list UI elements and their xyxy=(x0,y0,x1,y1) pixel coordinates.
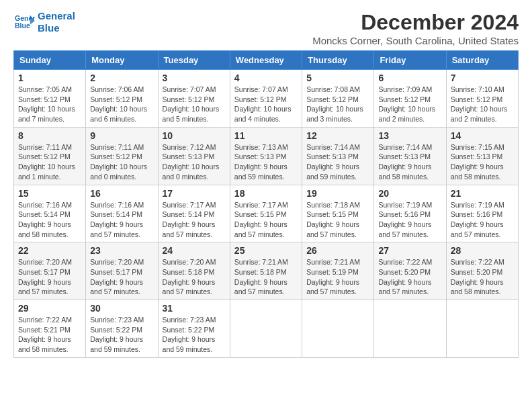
day-number: 12 xyxy=(306,130,369,141)
calendar-week-1: 1Sunrise: 7:05 AMSunset: 5:12 PMDaylight… xyxy=(14,70,519,128)
day-info: Sunrise: 7:06 AMSunset: 5:12 PMDaylight:… xyxy=(90,85,153,124)
day-info: Sunrise: 7:18 AMSunset: 5:15 PMDaylight:… xyxy=(306,200,369,240)
day-info: Sunrise: 7:22 AMSunset: 5:20 PMDaylight:… xyxy=(451,257,514,297)
day-info: Sunrise: 7:21 AMSunset: 5:19 PMDaylight:… xyxy=(306,257,369,297)
day-info: Sunrise: 7:19 AMSunset: 5:16 PMDaylight:… xyxy=(451,200,514,240)
calendar-cell: 7Sunrise: 7:10 AMSunset: 5:12 PMDaylight… xyxy=(446,70,518,128)
calendar-cell: 2Sunrise: 7:06 AMSunset: 5:12 PMDaylight… xyxy=(86,70,158,128)
day-number: 22 xyxy=(18,245,81,256)
page-header: General Blue General Blue December 2024 … xyxy=(13,10,519,46)
day-number: 17 xyxy=(163,188,226,199)
calendar-cell: 15Sunrise: 7:16 AMSunset: 5:14 PMDayligh… xyxy=(14,185,86,242)
day-number: 6 xyxy=(378,73,441,83)
day-number: 3 xyxy=(163,73,226,83)
day-number: 9 xyxy=(90,130,153,141)
calendar-week-4: 22Sunrise: 7:20 AMSunset: 5:17 PMDayligh… xyxy=(14,242,519,300)
day-number: 10 xyxy=(163,130,226,141)
calendar-cell: 31Sunrise: 7:23 AMSunset: 5:22 PMDayligh… xyxy=(158,300,230,358)
calendar-cell: 10Sunrise: 7:12 AMSunset: 5:13 PMDayligh… xyxy=(158,127,230,185)
day-info: Sunrise: 7:16 AMSunset: 5:14 PMDaylight:… xyxy=(90,200,153,240)
calendar-header-sunday: Sunday xyxy=(14,51,86,70)
day-info: Sunrise: 7:23 AMSunset: 5:22 PMDaylight:… xyxy=(90,315,153,355)
day-number: 31 xyxy=(163,303,226,314)
calendar-week-2: 8Sunrise: 7:11 AMSunset: 5:12 PMDaylight… xyxy=(14,127,519,185)
day-number: 8 xyxy=(18,130,81,141)
day-info: Sunrise: 7:20 AMSunset: 5:17 PMDaylight:… xyxy=(18,257,81,297)
calendar-cell: 1Sunrise: 7:05 AMSunset: 5:12 PMDaylight… xyxy=(14,70,86,128)
calendar-header-friday: Friday xyxy=(374,51,446,70)
day-info: Sunrise: 7:21 AMSunset: 5:18 PMDaylight:… xyxy=(234,257,298,297)
calendar-cell: 14Sunrise: 7:15 AMSunset: 5:13 PMDayligh… xyxy=(446,127,518,185)
day-number: 2 xyxy=(90,73,153,83)
calendar-cell: 22Sunrise: 7:20 AMSunset: 5:17 PMDayligh… xyxy=(14,242,86,300)
calendar-cell: 23Sunrise: 7:20 AMSunset: 5:17 PMDayligh… xyxy=(86,242,158,300)
day-info: Sunrise: 7:20 AMSunset: 5:18 PMDaylight:… xyxy=(163,257,226,297)
calendar-week-5: 29Sunrise: 7:22 AMSunset: 5:21 PMDayligh… xyxy=(14,300,519,358)
day-number: 23 xyxy=(90,245,153,256)
day-info: Sunrise: 7:12 AMSunset: 5:13 PMDaylight:… xyxy=(163,142,226,182)
calendar-header-saturday: Saturday xyxy=(446,51,518,70)
calendar-cell: 29Sunrise: 7:22 AMSunset: 5:21 PMDayligh… xyxy=(14,300,86,358)
day-info: Sunrise: 7:07 AMSunset: 5:12 PMDaylight:… xyxy=(163,85,226,124)
calendar-header-tuesday: Tuesday xyxy=(158,51,230,70)
day-number: 29 xyxy=(18,303,81,314)
day-number: 13 xyxy=(378,130,441,141)
location-subtitle: Moncks Corner, South Carolina, United St… xyxy=(312,35,519,46)
calendar-cell xyxy=(446,300,518,358)
day-number: 20 xyxy=(378,188,441,199)
day-info: Sunrise: 7:22 AMSunset: 5:20 PMDaylight:… xyxy=(378,257,441,297)
calendar-cell: 26Sunrise: 7:21 AMSunset: 5:19 PMDayligh… xyxy=(302,242,374,300)
day-info: Sunrise: 7:08 AMSunset: 5:12 PMDaylight:… xyxy=(306,85,369,124)
day-number: 30 xyxy=(90,303,153,314)
day-number: 5 xyxy=(306,73,369,83)
day-info: Sunrise: 7:10 AMSunset: 5:12 PMDaylight:… xyxy=(451,85,514,124)
day-number: 11 xyxy=(234,130,298,141)
calendar-cell: 5Sunrise: 7:08 AMSunset: 5:12 PMDaylight… xyxy=(302,70,374,128)
calendar-cell: 28Sunrise: 7:22 AMSunset: 5:20 PMDayligh… xyxy=(446,242,518,300)
day-number: 27 xyxy=(378,245,441,256)
day-info: Sunrise: 7:07 AMSunset: 5:12 PMDaylight:… xyxy=(234,85,298,124)
calendar-week-3: 15Sunrise: 7:16 AMSunset: 5:14 PMDayligh… xyxy=(14,185,519,242)
calendar-header-monday: Monday xyxy=(86,51,158,70)
calendar-cell xyxy=(230,300,302,358)
logo-text: General Blue xyxy=(38,10,75,34)
day-number: 18 xyxy=(234,188,298,199)
calendar-cell: 9Sunrise: 7:11 AMSunset: 5:12 PMDaylight… xyxy=(86,127,158,185)
day-info: Sunrise: 7:23 AMSunset: 5:22 PMDaylight:… xyxy=(163,315,226,355)
month-year-title: December 2024 xyxy=(312,10,519,35)
calendar-cell xyxy=(374,300,446,358)
calendar-cell: 24Sunrise: 7:20 AMSunset: 5:18 PMDayligh… xyxy=(158,242,230,300)
day-info: Sunrise: 7:17 AMSunset: 5:15 PMDaylight:… xyxy=(234,200,298,240)
day-number: 1 xyxy=(18,73,81,83)
calendar-header-row: SundayMondayTuesdayWednesdayThursdayFrid… xyxy=(14,51,519,70)
day-info: Sunrise: 7:16 AMSunset: 5:14 PMDaylight:… xyxy=(18,200,81,240)
calendar-cell: 20Sunrise: 7:19 AMSunset: 5:16 PMDayligh… xyxy=(374,185,446,242)
day-number: 16 xyxy=(90,188,153,199)
calendar-cell: 17Sunrise: 7:17 AMSunset: 5:14 PMDayligh… xyxy=(158,185,230,242)
calendar-cell: 3Sunrise: 7:07 AMSunset: 5:12 PMDaylight… xyxy=(158,70,230,128)
day-number: 25 xyxy=(234,245,298,256)
calendar-cell: 18Sunrise: 7:17 AMSunset: 5:15 PMDayligh… xyxy=(230,185,302,242)
title-section: December 2024 Moncks Corner, South Carol… xyxy=(312,10,519,46)
calendar-cell: 12Sunrise: 7:14 AMSunset: 5:13 PMDayligh… xyxy=(302,127,374,185)
day-number: 21 xyxy=(451,188,514,199)
day-number: 19 xyxy=(306,188,369,199)
calendar-cell: 30Sunrise: 7:23 AMSunset: 5:22 PMDayligh… xyxy=(86,300,158,358)
calendar-header-thursday: Thursday xyxy=(302,51,374,70)
day-number: 26 xyxy=(306,245,369,256)
calendar-cell: 11Sunrise: 7:13 AMSunset: 5:13 PMDayligh… xyxy=(230,127,302,185)
day-info: Sunrise: 7:17 AMSunset: 5:14 PMDaylight:… xyxy=(163,200,226,240)
day-info: Sunrise: 7:09 AMSunset: 5:12 PMDaylight:… xyxy=(378,85,441,124)
logo-icon: General Blue xyxy=(13,13,35,32)
calendar-cell: 25Sunrise: 7:21 AMSunset: 5:18 PMDayligh… xyxy=(230,242,302,300)
logo: General Blue General Blue xyxy=(13,10,75,34)
calendar-table: SundayMondayTuesdayWednesdayThursdayFrid… xyxy=(13,50,519,358)
day-number: 24 xyxy=(163,245,226,256)
calendar-cell: 6Sunrise: 7:09 AMSunset: 5:12 PMDaylight… xyxy=(374,70,446,128)
day-number: 7 xyxy=(451,73,514,83)
svg-text:Blue: Blue xyxy=(15,21,30,30)
day-number: 14 xyxy=(451,130,514,141)
calendar-cell: 16Sunrise: 7:16 AMSunset: 5:14 PMDayligh… xyxy=(86,185,158,242)
day-info: Sunrise: 7:19 AMSunset: 5:16 PMDaylight:… xyxy=(378,200,441,240)
calendar-cell xyxy=(302,300,374,358)
